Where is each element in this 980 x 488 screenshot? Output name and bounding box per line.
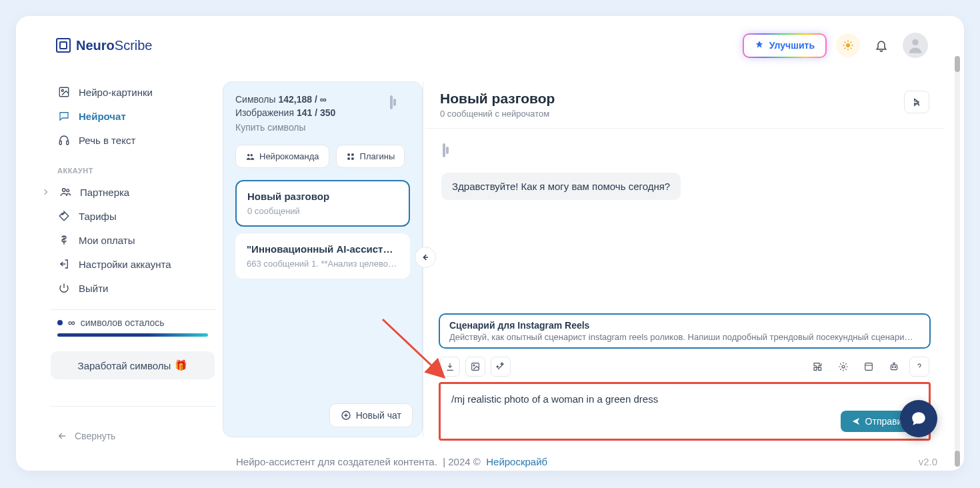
pill-label: Плагины (360, 151, 395, 161)
footer-tagline: Нейро-ассистент для создателей контента. (236, 456, 437, 467)
svg-point-30 (895, 367, 896, 368)
svg-point-11 (61, 89, 63, 91)
input-zone: Сценарий для Instagram Reels Действуй, к… (439, 313, 931, 441)
collapse-icon (57, 431, 68, 441)
svg-line-8 (851, 42, 852, 43)
collapse-label: Свернуть (75, 431, 115, 441)
app-frame: NeuroScribe Улучшить Нейро-картинки (16, 16, 964, 471)
svg-rect-20 (351, 153, 354, 156)
svg-point-17 (247, 153, 250, 156)
chat-title: Новый разговор (440, 91, 555, 107)
svg-point-16 (62, 213, 63, 215)
svg-line-6 (851, 48, 852, 49)
tool-layout[interactable] (859, 357, 879, 377)
logo-text-rest: Scribe (115, 38, 153, 53)
sun-icon (842, 39, 854, 51)
svg-rect-27 (865, 363, 873, 371)
nav-payments[interactable]: Мои оплаты (49, 228, 216, 252)
nav-label: Мои оплаты (79, 235, 135, 246)
version-label: v2.0 (919, 456, 937, 467)
nav-logout[interactable]: Выйти (49, 276, 216, 300)
sidebar: Нейро-картинки Нейрочат Речь в текст АКК… (49, 80, 216, 447)
download-icon (445, 361, 455, 372)
new-chat-button[interactable]: Новый чат (329, 403, 413, 427)
users-icon (245, 152, 255, 161)
dollar-icon (57, 233, 71, 247)
buy-symbols-link[interactable]: Купить символы (235, 122, 410, 133)
chat-main: Новый разговор 0 сообщений с нейрочатом … (425, 81, 944, 457)
grid-icon (346, 152, 355, 161)
layout-icon (863, 361, 874, 372)
nav-neuro-images[interactable]: Нейро-картинки (49, 80, 216, 104)
template-text: Действуй, как опытный сценарист instagra… (449, 332, 920, 342)
tool-magic[interactable] (491, 357, 511, 377)
image-icon (57, 85, 71, 99)
earn-symbols-button[interactable]: Заработай символы 🎁 (51, 351, 215, 379)
divider (49, 309, 216, 310)
svg-rect-13 (67, 141, 69, 145)
chat-bubble-icon (910, 410, 927, 427)
bot-message: Здравствуйте! Как я могу вам помочь сего… (441, 173, 681, 200)
svg-rect-24 (472, 363, 479, 371)
theme-toggle[interactable] (836, 33, 860, 57)
header: NeuroScribe Улучшить (16, 16, 955, 69)
nav-neurochat[interactable]: Нейрочат (49, 104, 216, 128)
share-button[interactable] (904, 91, 929, 113)
back-button[interactable] (415, 247, 436, 268)
scrollbar-thumb-bottom[interactable] (955, 451, 960, 467)
pill-row: Нейрокоманда Плагины (235, 145, 410, 168)
stats-value: 142,188 / ∞ (278, 94, 326, 105)
nav-label: Речь в текст (79, 135, 135, 146)
svg-rect-19 (347, 153, 350, 156)
gift-icon: 🎁 (175, 359, 187, 371)
collapse-sidebar[interactable]: Свернуть (49, 425, 216, 447)
tool-download[interactable] (440, 357, 460, 377)
nav-label: Выйти (79, 283, 108, 294)
progress-bar (57, 333, 208, 337)
nav-settings[interactable]: Настройки аккаунта (49, 252, 216, 276)
composer-highlighted[interactable]: /mj realistic photo of a woman in a gree… (439, 382, 931, 441)
avatar[interactable] (903, 33, 928, 58)
nav-speech-to-text[interactable]: Речь в текст (49, 128, 216, 152)
notifications-button[interactable] (869, 33, 893, 57)
tool-help[interactable] (909, 357, 929, 377)
tool-settings[interactable] (833, 357, 853, 377)
svg-point-9 (912, 39, 918, 45)
svg-point-15 (67, 189, 69, 192)
composer-input[interactable]: /mj realistic photo of a woman in a gree… (451, 393, 918, 405)
logo-icon (56, 38, 71, 53)
svg-rect-21 (347, 157, 350, 160)
template-card[interactable]: Сценарий для Instagram Reels Действуй, к… (439, 313, 931, 349)
send-icon (851, 417, 861, 426)
puzzle-icon (813, 361, 823, 372)
composer-toolbar (439, 357, 931, 377)
nav-partner[interactable]: Партнерка (49, 180, 216, 204)
headphones-icon (57, 133, 71, 147)
svg-point-14 (63, 189, 66, 192)
footer-brand-link[interactable]: Нейроскрайб (486, 456, 547, 467)
svg-point-18 (251, 153, 253, 156)
scrollbar-thumb[interactable] (955, 56, 960, 72)
upgrade-button[interactable]: Улучшить (743, 33, 827, 58)
tag-icon (57, 209, 71, 223)
logout-icon (57, 257, 71, 271)
conversation-card-active[interactable]: Новый разговор 0 сообщений (235, 180, 410, 227)
tool-puzzle[interactable] (808, 357, 828, 377)
chat-subtitle: 0 сообщений с нейрочатом (440, 109, 555, 119)
svg-line-5 (845, 42, 846, 43)
panel-logo-icon (390, 97, 410, 117)
arrow-left-icon (420, 252, 431, 263)
help-fab[interactable] (900, 400, 937, 437)
logo[interactable]: NeuroScribe (56, 38, 153, 53)
tool-image[interactable] (465, 357, 485, 377)
conv-sub: 0 сообщений (247, 206, 398, 216)
stats-symbols: Символы 142,188 / ∞ (235, 94, 410, 105)
pill-neuroteam[interactable]: Нейрокоманда (235, 145, 329, 168)
tool-robot[interactable] (884, 357, 904, 377)
nav-tariffs[interactable]: Тарифы (49, 204, 216, 228)
conversation-card[interactable]: "Инновационный AI-ассист… 663 сообщений … (235, 233, 410, 279)
pill-plugins[interactable]: Плагины (336, 145, 405, 168)
upgrade-label: Улучшить (769, 40, 815, 51)
svg-rect-12 (59, 141, 61, 145)
header-right: Улучшить (743, 33, 928, 58)
